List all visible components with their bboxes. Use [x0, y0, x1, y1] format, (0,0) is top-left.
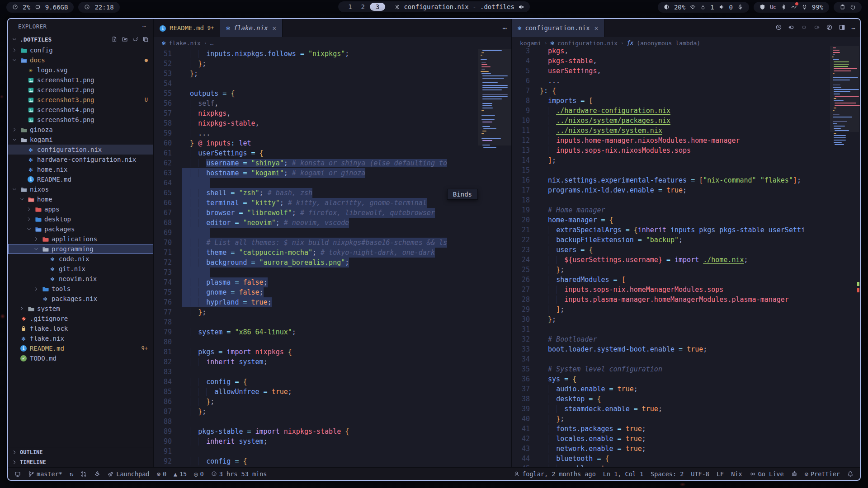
code-line-31[interactable]: 31 — [512, 324, 860, 334]
code-line-12[interactable]: 12 inputs.home-manager.nixosModules.home… — [512, 136, 860, 145]
vpn-shield-icon[interactable] — [760, 4, 765, 10]
code-line-17[interactable]: 17 programs.nix-ld.dev.enable = true; — [512, 185, 860, 195]
code-line-58[interactable]: 58 nixpkgs-stable, — [154, 118, 511, 128]
tree-item-flake.nix[interactable]: ✻flake.nix — [8, 333, 153, 343]
tree-item-kogami[interactable]: kogami — [8, 135, 153, 145]
tree-item-screenshot6.png[interactable]: screenshot6.png — [8, 115, 153, 125]
tree-item-git.nix[interactable]: ✻git.nix — [8, 264, 153, 274]
chevron-right-icon[interactable] — [33, 286, 39, 291]
code-line-33[interactable]: 33 boot.loader.systemd-boot.enable = tru… — [512, 344, 860, 354]
split-editor-icon[interactable] — [839, 24, 845, 33]
chevron-down-icon[interactable] — [12, 137, 17, 142]
tab-README.md[interactable]: iREADME.md9+ — [154, 19, 220, 37]
tree-item-apps[interactable]: apps — [8, 204, 153, 214]
tree-item-desktop[interactable]: desktop — [8, 214, 153, 224]
tree-item-screenshot4.png[interactable]: screenshot4.png — [8, 105, 153, 115]
new-file-icon[interactable] — [111, 36, 118, 42]
code-line-14[interactable]: 14 ]; — [512, 155, 860, 165]
code-line-24[interactable]: 24 ${userSettings.username} = import ./h… — [512, 255, 860, 265]
breadcrumb-tail[interactable]: … — [210, 40, 214, 47]
code-line-56[interactable]: 56 self, — [154, 99, 511, 108]
code-line-43[interactable]: 43 network.enable = true; — [512, 444, 860, 454]
code-line-93[interactable]: 93 allowUnfree = true; — [154, 466, 511, 467]
code-line-52[interactable]: 52 }; — [154, 59, 511, 69]
refresh-icon[interactable] — [132, 36, 138, 42]
code-line-11[interactable]: 11 ../nixos/system/system.nix — [512, 126, 860, 136]
mute-icon[interactable] — [518, 4, 524, 10]
code-line-40[interactable]: 40 }; — [512, 414, 860, 424]
code-line-57[interactable]: 57 nixpkgs, — [154, 108, 511, 118]
code-line-71[interactable]: 71 theme = "catppuccin-mocha"; # tokyo-n… — [154, 248, 511, 258]
code-line-74[interactable]: 74 plasma = false; — [154, 277, 511, 287]
code-line-72[interactable]: 72 background = "aurora_borealis.png"; — [154, 258, 511, 267]
tree-item-neovim.nix[interactable]: ✻neovim.nix — [8, 274, 153, 284]
minimap-2[interactable] — [832, 46, 855, 467]
code-line-92[interactable]: 92 config = { — [154, 456, 511, 466]
tab-configuration.nix[interactable]: ✻configuration.nix✕ — [512, 19, 604, 37]
breadcrumb-file[interactable]: flake.nix — [169, 40, 200, 47]
code-line-39[interactable]: 39 steamdeck.enable = true; — [512, 404, 860, 414]
code-line-69[interactable]: 69 — [154, 228, 511, 238]
workspace-1[interactable]: 1 — [344, 3, 356, 11]
breadcrumb-file[interactable]: configuration.nix — [557, 40, 618, 47]
tree-item-README.md[interactable]: iREADME.md9+ — [8, 343, 153, 353]
explorer-more-actions-icon[interactable]: ⋯ — [142, 23, 146, 30]
collapse-all-icon[interactable] — [142, 36, 149, 42]
bluetooth-icon[interactable] — [781, 4, 787, 10]
minimap-1[interactable] — [480, 49, 508, 467]
code-line-29[interactable]: 29 ]; — [512, 305, 860, 314]
tree-item-ginoza[interactable]: ginoza — [8, 125, 153, 135]
code-line-77[interactable]: 77 }; — [154, 307, 511, 317]
breadcrumb-1[interactable]: ✻ flake.nix › … — [154, 37, 511, 49]
code-line-20[interactable]: 20 home-manager = { — [512, 215, 860, 225]
code-line-78[interactable]: 78 — [154, 317, 511, 327]
status-nix[interactable]: Nix — [731, 470, 742, 478]
chevron-down-icon[interactable] — [33, 246, 39, 252]
overview-ruler[interactable] — [857, 19, 860, 467]
code-line-8[interactable]: 8 imports = [ — [512, 96, 860, 106]
code-line-67[interactable]: 67 browser = "librewolf"; # firefox, lib… — [154, 208, 511, 218]
status-master[interactable]: master* — [28, 470, 62, 478]
wifi-icon[interactable] — [690, 4, 696, 10]
status-3-hrs-53-mins[interactable]: 3 hrs 53 mins — [211, 470, 267, 478]
status-utf-8[interactable]: UTF-8 — [691, 470, 709, 478]
code-line-5[interactable]: 5 userSettings, — [512, 66, 860, 76]
code-line-35[interactable]: 35 # System level configuration — [512, 364, 860, 374]
status-rocket[interactable] — [94, 471, 100, 477]
code-line-70[interactable]: 70 # List all themes: $ nix build nixpkg… — [154, 238, 511, 248]
code-line-4[interactable]: 4 pkgs-stable, — [512, 56, 860, 66]
code-line-91[interactable]: 91 — [154, 446, 511, 456]
code-line-25[interactable]: 25 }; — [512, 265, 860, 275]
chevron-down-icon[interactable] — [19, 197, 24, 202]
tree-item-configuration.nix[interactable]: ✻configuration.nix — [8, 145, 153, 155]
code-line-76[interactable]: 76 hyprland = true; — [154, 297, 511, 307]
chevron-down-icon[interactable] — [12, 187, 17, 192]
code-line-28[interactable]: 28 inputs.plasma-manager.homeManagerModu… — [512, 295, 860, 305]
workspace-2[interactable]: 2 — [357, 3, 369, 11]
tree-item-.gitignore[interactable]: .gitignore — [8, 314, 153, 324]
code-line-83[interactable]: 83 — [154, 367, 511, 377]
status-lf[interactable]: LF — [717, 470, 724, 478]
tree-item-flake.lock[interactable]: flake.lock — [8, 324, 153, 333]
close-icon[interactable]: ✕ — [273, 24, 276, 32]
code-line-6[interactable]: 6 ... — [512, 76, 860, 86]
tree-item-logo.svg[interactable]: ✳logo.svg — [8, 65, 153, 75]
code-line-9[interactable]: 9 ./hardware-configuration.nix — [512, 106, 860, 116]
code-line-42[interactable]: 42 locales.enable = true; — [512, 434, 860, 444]
code-line-7[interactable]: 7}: { — [512, 86, 860, 96]
code-line-79[interactable]: 79 system = "x86_64-linux"; — [154, 327, 511, 337]
current-change-icon[interactable] — [801, 24, 807, 33]
tree-item-packages.nix[interactable]: ✻packages.nix — [8, 294, 153, 304]
code-line-10[interactable]: 10 ../nixos/system/packages.nix — [512, 116, 860, 126]
code-line-73[interactable]: 73 — [154, 267, 511, 277]
status-go-live[interactable]: Go Live — [750, 470, 784, 478]
breadcrumb-symbol[interactable]: (anonymous lambda) — [637, 40, 700, 47]
status-0[interactable]: ◎0 — [194, 470, 204, 478]
tree-item-tools[interactable]: tools — [8, 284, 153, 294]
code-line-88[interactable]: 88 — [154, 417, 511, 427]
tray-app-icon[interactable]: Uc — [770, 4, 776, 10]
workspace-root-folder[interactable]: .DOTFILES — [8, 33, 153, 45]
tab-flake.nix[interactable]: ✻flake.nix✕ — [220, 19, 283, 37]
status-launchpad[interactable]: Launchpad — [108, 470, 149, 478]
code-line-82[interactable]: 82 inherit system; — [154, 357, 511, 367]
